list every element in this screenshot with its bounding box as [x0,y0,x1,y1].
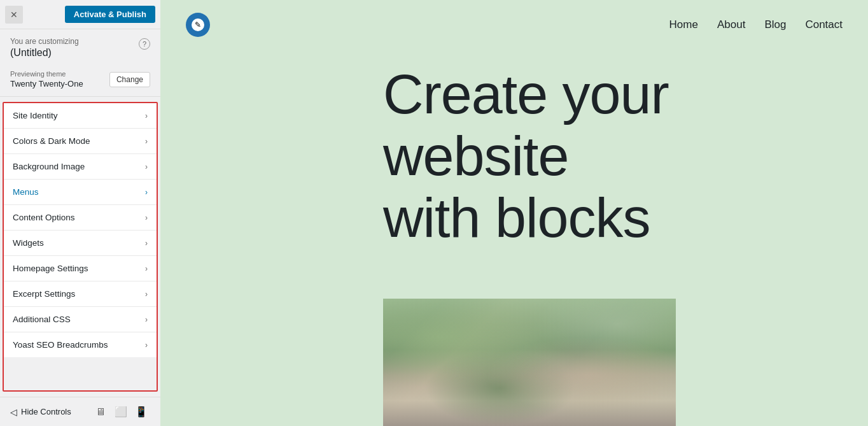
activate-publish-button[interactable]: Activate & Publish [65,6,155,23]
chevron-icon: › [145,264,148,273]
nav-about[interactable]: About [717,18,745,31]
close-button[interactable]: ✕ [5,6,23,24]
chevron-icon: › [145,188,148,197]
mobile-device-button[interactable]: 📱 [132,403,150,421]
menu-item-label: Homepage Settings [13,264,88,273]
site-logo: ✎ [186,13,210,37]
desktop-device-button[interactable]: 🖥 [92,403,109,421]
chevron-icon: › [145,137,148,146]
menu-item-label: Site Identity [13,111,58,120]
menu-item-label: Colors & Dark Mode [13,136,90,146]
customizer-menu-list: Site Identity›Colors & Dark Mode›Backgro… [3,102,158,392]
site-title: (Untitled) [10,47,79,59]
menu-item-label: Yoast SEO Breadcrumbs [13,340,108,350]
bottom-bar: ◁ Hide Controls 🖥 ⬜ 📱 [0,397,160,426]
site-navigation: ✎ Home About Blog Contact [160,0,868,50]
menu-item-yoast-seo-breadcrumbs[interactable]: Yoast SEO Breadcrumbs› [4,332,157,357]
chevron-icon: › [145,239,148,248]
menu-item-menus[interactable]: Menus› [4,180,157,205]
menu-item-colors-dark-mode[interactable]: Colors & Dark Mode› [4,129,157,154]
previewing-label: Previewing theme [10,70,83,78]
menu-item-label: Additional CSS [13,315,71,324]
chevron-icon: › [145,162,148,171]
help-icon[interactable]: ? [139,38,150,50]
menu-item-excerpt-settings[interactable]: Excerpt Settings› [4,281,157,307]
menu-item-label: Excerpt Settings [13,289,75,299]
hero-section: Create your website with blocks [383,64,843,248]
menu-item-additional-css[interactable]: Additional CSS› [4,307,157,332]
hero-heading: Create your website with blocks [383,64,843,248]
menu-item-widgets[interactable]: Widgets› [4,231,157,256]
featured-image [383,299,676,426]
theme-name: Twenty Twenty-One [10,79,83,89]
chevron-icon: › [145,341,148,350]
chevron-icon: › [145,111,148,120]
menu-item-label: Background Image [13,162,85,171]
chevron-icon: › [145,315,148,324]
device-icons: 🖥 ⬜ 📱 [92,403,150,421]
chevron-icon: › [145,213,148,222]
customizer-panel: ✕ Activate & Publish You are customizing… [0,0,160,426]
top-bar: ✕ Activate & Publish [0,0,160,29]
menu-item-content-options[interactable]: Content Options› [4,205,157,231]
hide-controls-button[interactable]: ◁ Hide Controls [10,407,71,417]
menu-item-label: Content Options [13,213,75,222]
chevron-icon: › [145,290,148,299]
tablet-device-button[interactable]: ⬜ [112,403,130,421]
menu-item-homepage-settings[interactable]: Homepage Settings› [4,256,157,281]
menu-item-label: Widgets [13,238,44,248]
menu-item-site-identity[interactable]: Site Identity› [4,103,157,129]
hide-icon: ◁ [10,407,17,417]
menu-item-label: Menus [13,187,39,197]
logo-inner: ✎ [192,18,204,31]
nav-blog[interactable]: Blog [764,18,786,31]
menu-item-background-image[interactable]: Background Image› [4,154,157,180]
customizing-section: You are customizing (Untitled) ? [0,29,160,65]
theme-section: Previewing theme Twenty Twenty-One Chang… [0,65,160,97]
site-preview: ✎ Home About Blog Contact Create your we… [160,0,868,426]
nav-contact[interactable]: Contact [805,18,843,31]
customizing-label: You are customizing [10,37,79,46]
change-theme-button[interactable]: Change [109,72,150,87]
nav-home[interactable]: Home [669,18,698,31]
painting-overlay [383,299,676,426]
hide-controls-label: Hide Controls [21,407,71,416]
